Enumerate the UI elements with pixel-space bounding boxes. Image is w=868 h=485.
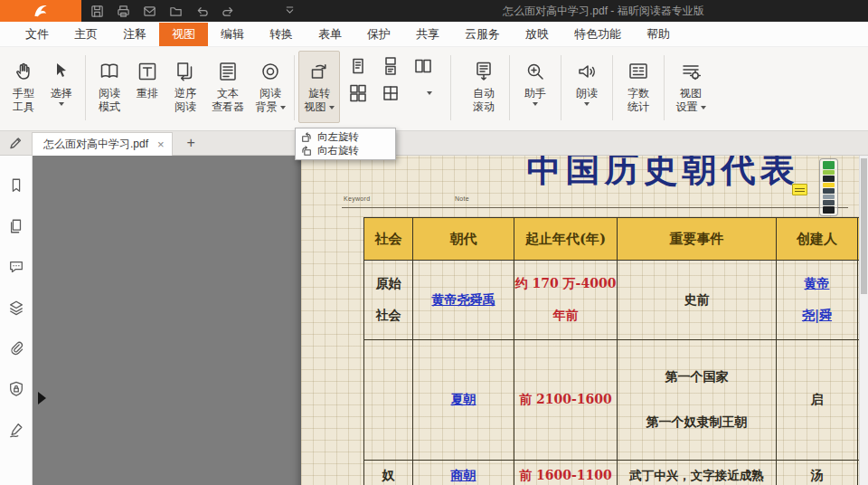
select-cursor-icon [51, 56, 72, 87]
continuous-layout-button[interactable] [382, 57, 400, 75]
menu-presentation[interactable]: 放映 [513, 23, 561, 46]
table-cell-founder: 汤 [777, 461, 858, 485]
book-icon [99, 56, 120, 87]
table-cell-dynasty: 黄帝尧舜禹 [413, 261, 514, 340]
scrollbar-thumb[interactable] [861, 158, 867, 294]
reverse-reading-button[interactable]: 逆序 阅读 [165, 51, 205, 123]
reflow-icon [137, 56, 158, 87]
table-header-dynasty: 朝代 [413, 218, 514, 261]
rotate-view-button[interactable]: 旋转 视图 [298, 51, 340, 123]
bookmarks-icon[interactable] [8, 177, 24, 194]
menu-features[interactable]: 特色功能 [561, 23, 634, 46]
new-tab-button[interactable]: + [187, 136, 195, 150]
keyword-template-label: Keyword [344, 195, 370, 202]
template-divider-line [342, 207, 848, 208]
vertical-scrollbar[interactable] [859, 156, 868, 485]
redo-icon[interactable] [222, 5, 235, 18]
menu-help[interactable]: 帮助 [634, 23, 683, 46]
view-settings-caret-icon [701, 106, 706, 109]
select-tool-button[interactable]: 选择 [42, 51, 81, 123]
select-dropdown-caret-icon [59, 102, 64, 106]
table-cell-founder: 启 [777, 340, 858, 461]
sticky-note-annotation-icon[interactable] [792, 184, 807, 195]
table-cell-founder: 黄帝 尧|舜 [777, 261, 858, 340]
reflow-button[interactable]: 重排 [129, 51, 165, 123]
text-viewer-button[interactable]: 文本 查看器 [205, 51, 250, 123]
text-page-icon [217, 56, 239, 87]
read-mode-button[interactable]: 阅读 模式 [90, 51, 129, 123]
panel-expand-arrow[interactable] [38, 392, 46, 404]
security-shield-lock-icon[interactable] [8, 381, 24, 397]
facing-layout-button[interactable] [414, 57, 432, 75]
view-settings-button[interactable]: 视图 设置 [668, 51, 713, 123]
open-folder-icon[interactable] [169, 5, 183, 18]
menu-item-rotate-right[interactable]: 向右旋转 [296, 144, 395, 157]
pencil-icon[interactable] [8, 136, 23, 150]
facing-continuous-layout-button[interactable] [349, 84, 367, 102]
quick-access-toolbar [90, 0, 296, 22]
menu-form[interactable]: 表单 [306, 23, 354, 46]
reading-background-button[interactable]: 阅读 背景 [250, 51, 290, 123]
auto-scroll-button[interactable]: 自动 滚动 [462, 51, 505, 123]
minimap-strip[interactable] [819, 158, 838, 216]
table-cell-society: 奴 [364, 461, 413, 485]
ribbon-separator [294, 55, 295, 120]
signature-icon[interactable] [8, 422, 24, 438]
menu-share[interactable]: 共享 [403, 23, 452, 46]
comments-icon[interactable] [8, 259, 24, 275]
founder-link[interactable]: 黄帝 [805, 276, 830, 292]
email-icon[interactable] [143, 5, 156, 18]
menu-protect[interactable]: 保护 [354, 23, 403, 46]
tab-close-icon[interactable]: × [157, 138, 165, 150]
ribbon-view-tab: 手型 工具 选择 阅读 模式 重排 逆序 阅读 文本 查看器 [0, 47, 868, 131]
dynasty-link[interactable]: 黄帝尧舜禹 [432, 292, 495, 309]
single-page-layout-button[interactable] [349, 57, 367, 75]
customize-toolbar-chevron-icon[interactable] [284, 5, 296, 17]
document-tab[interactable]: 怎么面对高中学习.pdf × [32, 132, 173, 156]
menu-edit[interactable]: 编辑 [208, 23, 257, 46]
fox-icon [31, 2, 51, 20]
table-cell-dynasty: 商朝 [413, 461, 514, 485]
dynasty-link[interactable]: 夏朝 [451, 392, 476, 408]
menu-view[interactable]: 视图 [159, 23, 208, 46]
menu-comment[interactable]: 注释 [110, 23, 159, 46]
read-aloud-button[interactable]: 朗读 [565, 51, 609, 123]
table-cell-events: 第一个国家 第一个奴隶制王朝 [618, 340, 777, 461]
menu-cloud[interactable]: 云服务 [452, 23, 513, 46]
page-layout-caret-icon[interactable] [427, 91, 432, 95]
table-cell-period: 约 170 万-4000 年前 [514, 261, 618, 340]
rotate-view-icon [308, 56, 330, 87]
menu-home[interactable]: 主页 [61, 23, 110, 46]
background-rings-icon [259, 56, 281, 87]
dynasty-link[interactable]: 商朝 [451, 468, 476, 484]
auto-scroll-icon [473, 56, 495, 87]
ribbon-separator [664, 55, 665, 120]
table-header-period: 起止年代(年) [514, 218, 618, 261]
document-view-area[interactable]: 中国历史朝代表 Keyword Note 社会 朝代 起止年代(年) 重要事件 … [33, 156, 868, 485]
rotate-view-dropdown-menu: 向左旋转 向右旋转 [295, 128, 396, 160]
menu-file[interactable]: 文件 [13, 23, 61, 46]
layers-icon[interactable] [8, 300, 24, 316]
save-icon[interactable] [90, 5, 104, 18]
rotate-right-icon [301, 146, 312, 157]
table-header-society: 社会 [364, 218, 413, 261]
menu-convert[interactable]: 转换 [257, 23, 306, 46]
undo-icon[interactable] [195, 5, 209, 18]
table-cell-events: 史前 [618, 261, 777, 340]
print-icon[interactable] [117, 5, 130, 18]
speaker-icon [576, 56, 598, 87]
menu-item-rotate-left[interactable]: 向左旋转 [296, 130, 395, 144]
foxit-logo[interactable] [0, 0, 81, 22]
assistant-button[interactable]: 助手 [514, 51, 557, 123]
attachments-icon[interactable] [8, 340, 24, 357]
ribbon-separator [612, 55, 613, 120]
pages-icon[interactable] [8, 218, 24, 234]
navigation-sidebar [0, 156, 33, 485]
word-count-button[interactable]: 字数 统计 [617, 51, 660, 123]
table-cell-society: 原始 社会 [364, 261, 413, 340]
split-view-button[interactable] [382, 84, 400, 102]
founder-link[interactable]: 尧|舜 [802, 308, 832, 324]
hand-tool-button[interactable]: 手型 工具 [5, 51, 42, 123]
titlebar: 怎么面对高中学习.pdf - 福昕阅读器专业版 [0, 0, 868, 22]
table-header-events: 重要事件 [618, 218, 777, 261]
